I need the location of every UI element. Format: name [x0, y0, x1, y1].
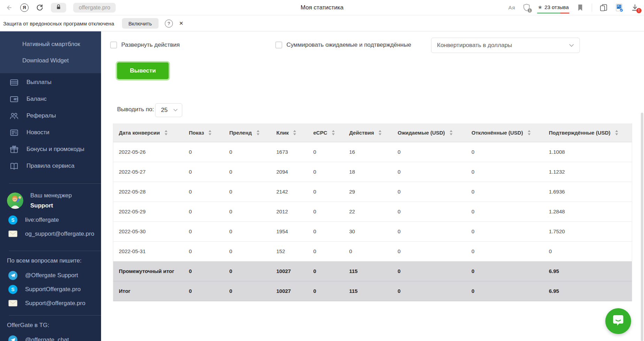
table-cell: 0 — [308, 182, 344, 202]
table-row: 2022-05-27002094018001.1232 — [113, 162, 632, 182]
scrollbar[interactable] — [641, 113, 643, 341]
expand-actions-checkbox[interactable]: Развернуть действия — [110, 41, 180, 48]
table-cell: 0 — [392, 182, 466, 202]
column-header-click[interactable]: Клик — [271, 123, 308, 142]
table-cell: 0 — [183, 202, 224, 221]
contact-skype[interactable]: S live:offergate — [0, 213, 101, 227]
contact-skype-2[interactable]: S SupportOffergate.pro — [0, 282, 101, 296]
table-cell: 0 — [466, 261, 543, 281]
stats-table: Дата конверсии Показ Преленд Клик eCPC Д… — [113, 123, 632, 301]
sidebar: Нативный смартблок Download Widget Выпла… — [0, 31, 101, 341]
table-cell: Промежуточный итог — [113, 261, 183, 281]
column-header-confirmed[interactable]: Подтверждённые (USD) — [543, 123, 632, 142]
back-icon[interactable] — [5, 3, 13, 12]
contact-email-2[interactable]: Support@offergate.pro — [0, 296, 101, 310]
column-header-shows[interactable]: Показ — [183, 123, 224, 142]
sidebar-item-news[interactable]: Новости — [0, 124, 101, 141]
telegram-icon — [8, 271, 17, 280]
submit-button[interactable]: Вывести — [117, 62, 169, 79]
column-header-ecpc[interactable]: eCPC — [308, 123, 344, 142]
shield-badge: 1 — [527, 8, 532, 13]
sidebar-item-label: Бонусы и промокоды — [26, 146, 84, 153]
table-cell: 2022-05-26 — [113, 142, 183, 162]
sidebar-submenu: Нативный смартблок Download Widget — [0, 31, 101, 73]
sidebar-item-native-smartblock[interactable]: Нативный смартблок — [0, 36, 101, 52]
sidebar-item-label: Рефералы — [26, 112, 56, 119]
close-notice-icon[interactable]: ✕ — [179, 20, 184, 26]
table-cell: 0 — [466, 182, 543, 202]
download-icon[interactable]: ! — [631, 3, 639, 12]
sidebar-item-referrals[interactable]: Рефералы — [0, 107, 101, 124]
column-header-actions[interactable]: Действия — [344, 123, 392, 142]
table-cell: 2142 — [271, 182, 308, 202]
table-cell: 0 — [543, 241, 632, 261]
table-cell: Итог — [113, 281, 183, 301]
column-header-declined[interactable]: Отклонённые (USD) — [466, 123, 543, 142]
yandex-logo-icon[interactable]: Я — [20, 3, 29, 12]
download-badge: ! — [636, 8, 642, 13]
contact-label: live:offergate — [25, 217, 59, 223]
toolbar-divider — [592, 3, 592, 12]
site-security-button[interactable] — [51, 3, 66, 13]
table-cell: 0 — [392, 162, 466, 182]
sort-icon — [208, 130, 212, 135]
table-cell: 2022-05-29 — [113, 202, 183, 221]
sum-expected-confirmed-checkbox[interactable]: Суммировать ожидаемые и подтверждённые — [275, 41, 411, 48]
shield-icon[interactable]: 1 — [523, 3, 530, 12]
per-page-select[interactable]: 25 — [155, 103, 182, 117]
column-header-date[interactable]: Дата конверсии — [113, 123, 183, 142]
table-cell: 1.2848 — [543, 202, 632, 221]
mail-icon — [8, 300, 17, 306]
news-icon — [9, 128, 19, 137]
table-cell: 115 — [344, 281, 392, 301]
wallet-icon — [9, 94, 19, 104]
table-cell: 0 — [392, 142, 466, 162]
security-notice-bar: Защита от вредоносных программ отключена… — [0, 16, 644, 31]
sort-icon — [256, 130, 260, 135]
skype-icon: S — [8, 285, 17, 294]
chevron-down-icon — [569, 44, 574, 47]
column-header-expected[interactable]: Ожидаемые (USD) — [392, 123, 466, 142]
sidebar-item-bonuses[interactable]: Бонусы и промокоды — [0, 141, 101, 158]
notice-text: Защита от вредоносных программ отключена — [3, 21, 114, 26]
address-bar[interactable]: offergate.pro — [73, 3, 116, 13]
table-cell: 0 — [183, 281, 224, 301]
bookmark-icon[interactable] — [576, 3, 584, 12]
table-cell: 0 — [308, 261, 344, 281]
help-icon[interactable]: ? — [165, 20, 173, 28]
image-check-icon[interactable] — [615, 3, 623, 12]
sidebar-item-download-widget[interactable]: Download Widget — [0, 52, 101, 69]
sidebar-item-rules[interactable]: Правила сервиса — [0, 158, 101, 174]
table-cell: 2094 — [271, 162, 308, 182]
refresh-icon[interactable] — [36, 3, 44, 12]
table-row: 2022-05-29002012022001.2848 — [113, 202, 632, 221]
contact-telegram-chat[interactable]: @offergate_chat — [0, 333, 101, 341]
sidebar-item-balance[interactable]: Баланс — [0, 91, 101, 107]
manager-label: Ваш менеджер Support — [30, 191, 72, 211]
chevron-down-icon — [173, 109, 178, 112]
gift-icon — [9, 145, 19, 154]
subtotal-row: Промежуточный итог00100270115006.95 — [113, 261, 632, 281]
tg-header: OfferGate в TG: — [0, 316, 101, 329]
table-cell: 0 — [466, 202, 543, 221]
translate-icon[interactable]: Aя — [508, 5, 515, 10]
contact-email[interactable]: og_support@offergate.pro — [0, 227, 101, 241]
enable-protection-button[interactable]: Включить — [122, 18, 159, 29]
table-cell: 0 — [183, 261, 224, 281]
table-cell: 0 — [183, 142, 224, 162]
convert-currency-select[interactable]: Конвертировать в доллары — [431, 38, 580, 53]
sort-icon — [615, 130, 618, 135]
telegram-icon — [8, 335, 17, 341]
skype-icon: S — [8, 215, 17, 225]
browser-toolbar: Я offergate.pro Моя статистика Aя 1 ★ 23… — [0, 0, 644, 15]
sort-icon — [378, 130, 382, 135]
chat-bubble-icon — [612, 314, 624, 328]
sidebar-item-payouts[interactable]: Выплаты — [0, 74, 101, 91]
sort-icon — [293, 130, 296, 135]
collections-icon[interactable] — [599, 3, 608, 12]
contact-telegram-support[interactable]: @Offergate Support — [0, 268, 101, 282]
column-header-preland[interactable]: Преленд — [224, 123, 271, 142]
chat-widget-button[interactable] — [605, 308, 631, 334]
avatar — [7, 192, 23, 209]
reviews-rating[interactable]: ★ 23 отзыва — [538, 4, 569, 11]
